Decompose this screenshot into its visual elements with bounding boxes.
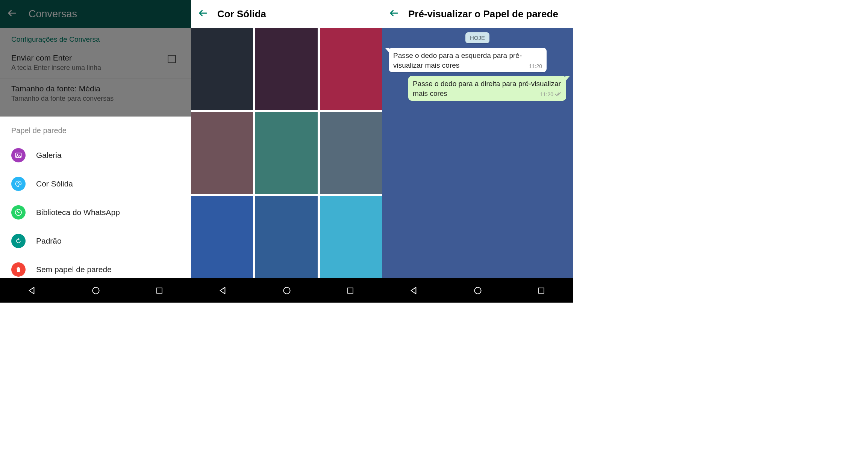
svg-rect-0	[16, 153, 21, 158]
nav-recents-icon[interactable]	[537, 286, 546, 295]
menu-item-cor-solida[interactable]: Cor Sólida	[0, 170, 191, 198]
nav-back-icon[interactable]	[409, 286, 419, 295]
android-nav-bar	[191, 278, 382, 303]
menu-label: Sem papel de parede	[36, 265, 112, 274]
svg-point-4	[19, 183, 20, 183]
menu-label: Galeria	[36, 151, 62, 160]
date-badge: HOJE	[465, 32, 489, 43]
color-grid	[191, 28, 382, 303]
svg-rect-7	[157, 288, 162, 293]
color-swatch[interactable]	[320, 196, 382, 278]
color-swatch[interactable]	[191, 28, 253, 110]
page-title: Pré-visualizar o Papel de parede	[408, 8, 558, 20]
color-swatch[interactable]	[191, 112, 253, 194]
menu-item-biblioteca[interactable]: Biblioteca do WhatsApp	[0, 198, 191, 227]
color-swatch[interactable]	[255, 112, 317, 194]
message-text: Passe o dedo para a direita para pré-vis…	[413, 80, 561, 97]
menu-item-padrao[interactable]: Padrão	[0, 227, 191, 255]
dimmed-background-area: Conversas Configurações de Conversa Envi…	[0, 0, 191, 117]
nav-back-icon[interactable]	[218, 286, 228, 295]
android-nav-bar	[0, 278, 191, 303]
color-swatch[interactable]	[255, 28, 317, 110]
svg-point-2	[17, 183, 18, 183]
app-bar: Pré-visualizar o Papel de parede	[382, 0, 573, 28]
menu-item-galeria[interactable]: Galeria	[0, 141, 191, 170]
wallpaper-sheet: Papel de parede Galeria Cor Sólida Bibli…	[0, 117, 191, 303]
svg-point-3	[18, 182, 19, 183]
panel-cor-solida: Cor Sólida	[191, 0, 382, 303]
trash-icon	[11, 262, 26, 277]
svg-point-10	[474, 287, 481, 294]
nav-back-icon[interactable]	[27, 286, 37, 295]
page-title: Cor Sólida	[217, 8, 266, 20]
menu-label: Padrão	[36, 236, 62, 245]
message-meta: 11:20	[540, 91, 562, 98]
back-icon[interactable]	[389, 8, 399, 20]
nav-home-icon[interactable]	[473, 286, 483, 295]
panel-conversas: Conversas Configurações de Conversa Envi…	[0, 0, 191, 303]
message-text: Passe o dedo para a esquerda para pré-vi…	[393, 52, 522, 69]
message-outgoing: Passe o dedo para a direita para pré-vis…	[408, 76, 566, 100]
nav-home-icon[interactable]	[91, 286, 101, 295]
panel-preview: Pré-visualizar o Papel de parede HOJE Pa…	[382, 0, 573, 303]
color-swatch[interactable]	[255, 196, 317, 278]
nav-recents-icon[interactable]	[346, 286, 355, 295]
restore-icon	[11, 234, 26, 248]
back-icon[interactable]	[198, 8, 208, 20]
gallery-icon	[11, 148, 26, 162]
color-swatch[interactable]	[320, 28, 382, 110]
message-incoming: Passe o dedo para a esquerda para pré-vi…	[389, 48, 547, 72]
menu-label: Biblioteca do WhatsApp	[36, 208, 120, 217]
nav-home-icon[interactable]	[282, 286, 292, 295]
svg-point-8	[283, 287, 290, 294]
dim-overlay	[0, 0, 191, 117]
app-bar: Cor Sólida	[191, 0, 382, 28]
nav-recents-icon[interactable]	[155, 286, 164, 295]
read-ticks-icon	[555, 91, 562, 98]
chat-preview-area[interactable]: HOJE Passe o dedo para a esquerda para p…	[382, 28, 573, 282]
svg-rect-11	[539, 288, 544, 293]
sheet-title: Papel de parede	[0, 120, 191, 141]
message-time: 11:20	[529, 63, 542, 70]
palette-icon	[11, 177, 26, 191]
android-nav-bar	[382, 278, 573, 303]
color-swatch[interactable]	[320, 112, 382, 194]
message-time: 11:20	[540, 91, 553, 98]
svg-rect-9	[348, 288, 353, 293]
menu-label: Cor Sólida	[36, 179, 73, 188]
svg-point-6	[92, 287, 99, 294]
color-swatch[interactable]	[191, 196, 253, 278]
whatsapp-icon	[11, 205, 26, 220]
